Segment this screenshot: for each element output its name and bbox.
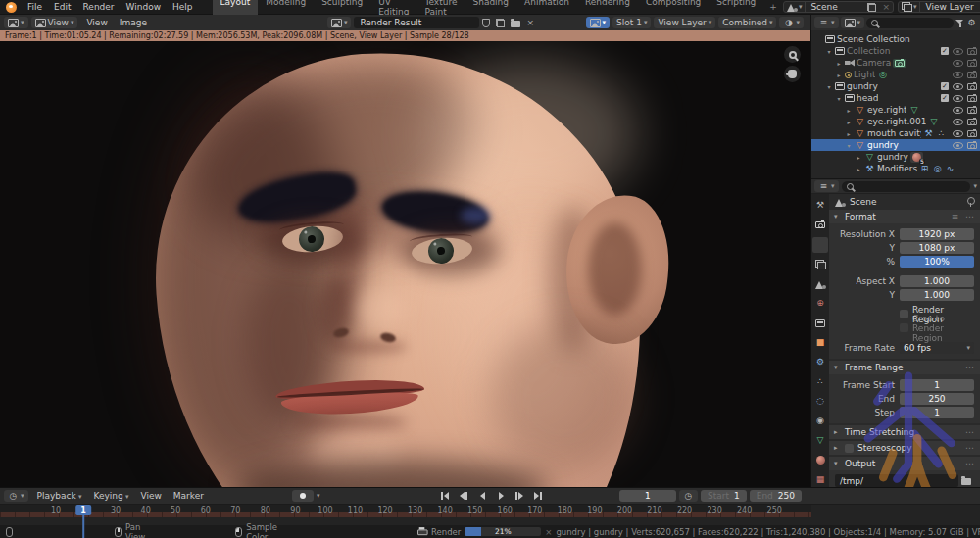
timeline-type-dropdown[interactable]: ◷▾ — [4, 490, 28, 502]
disclosure-icon[interactable]: ▾ — [825, 48, 833, 55]
panel-header[interactable]: ▾Frame Range⋯ — [829, 361, 980, 374]
editor-type-dropdown[interactable]: ▾ — [4, 17, 28, 28]
add-workspace-button[interactable]: + — [763, 1, 783, 13]
image-editor-viewport[interactable]: Frame:1 | Time:01:05.24 | Remaining:02:2… — [0, 30, 811, 487]
outliner-row[interactable]: ▾Collection — [811, 45, 980, 57]
properties-tab-tool[interactable]: ⚒ — [812, 198, 828, 214]
image-name-field[interactable]: Render Result — [354, 17, 479, 28]
unlink-image-button[interactable]: × — [523, 17, 537, 28]
outliner-row[interactable]: ▾▽gundry — [811, 139, 980, 151]
dots-icon[interactable]: ⋯ — [964, 213, 975, 221]
camera-toggle-icon[interactable] — [967, 119, 977, 125]
outliner-search[interactable] — [866, 18, 954, 28]
cancel-render-button[interactable]: × — [545, 527, 552, 537]
eye-toggle-icon[interactable] — [953, 95, 963, 102]
properties-tab-material[interactable] — [812, 452, 828, 467]
camera-toggle-icon[interactable] — [967, 83, 977, 90]
outliner-row[interactable]: ▸▽eye.right.001▽ — [811, 116, 980, 127]
jump-end-button[interactable] — [530, 490, 546, 502]
new-image-button[interactable] — [493, 17, 508, 28]
list-icon[interactable]: ≡ — [950, 213, 960, 221]
outliner-search-input[interactable] — [883, 19, 949, 27]
disclosure-icon[interactable]: ▸ — [845, 119, 853, 125]
menu-window[interactable]: Window — [121, 2, 168, 12]
property-value-field[interactable]: 1 — [900, 379, 974, 391]
properties-tab-modifiers[interactable]: ⚙ — [812, 355, 828, 370]
disclosure-icon[interactable]: ▾ — [825, 83, 833, 90]
properties-tab-texture[interactable]: ▦ — [812, 471, 828, 487]
properties-search-input[interactable] — [858, 182, 966, 191]
camera-toggle-icon[interactable] — [967, 60, 977, 67]
properties-type-dropdown[interactable]: ≡▾ — [814, 180, 839, 192]
browse-folder-button[interactable] — [958, 475, 974, 487]
keying-options-icon[interactable]: ▾ — [317, 492, 320, 500]
disclosure-icon[interactable]: ▸ — [835, 72, 843, 78]
slot-dropdown[interactable]: Slot 1▾ — [612, 17, 651, 28]
image-menu-image[interactable]: Image — [114, 18, 153, 27]
property-value-field[interactable]: 1.000 — [900, 289, 974, 301]
disclosure-icon[interactable]: ▸ — [855, 154, 862, 161]
camera-toggle-icon[interactable] — [967, 95, 977, 102]
camera-toggle-icon[interactable] — [967, 142, 977, 149]
properties-tab-scene[interactable] — [812, 276, 828, 292]
outliner-row[interactable]: ▸▽mouth cavity⚒∴ — [811, 127, 980, 139]
check-toggle-icon[interactable] — [941, 94, 949, 102]
outliner-settings-icon[interactable]: ⚙ — [966, 19, 977, 27]
scene-name-field[interactable]: Scene — [806, 2, 864, 12]
disclosure-icon[interactable]: ▸ — [845, 130, 853, 137]
display-transform-dropdown[interactable]: ◑▾ — [779, 17, 804, 28]
playhead[interactable]: 1 — [75, 505, 91, 538]
eye-toggle-icon[interactable] — [953, 60, 963, 67]
blender-logo-icon[interactable] — [6, 2, 17, 13]
properties-tab-output[interactable] — [812, 237, 828, 253]
image-menu-view[interactable]: View — [80, 18, 113, 27]
timeline-menu-playback[interactable]: Playback ▾ — [31, 491, 88, 501]
play-button[interactable] — [493, 490, 509, 502]
property-value-field[interactable]: 1080 px — [900, 242, 974, 254]
properties-tab-render[interactable] — [812, 218, 828, 233]
checkbox[interactable] — [900, 323, 908, 332]
zoom-gizmo-button[interactable] — [784, 46, 801, 63]
check-toggle-icon[interactable] — [941, 82, 949, 90]
filter-icon[interactable] — [956, 19, 964, 27]
output-path-field[interactable]: /tmp/ — [835, 474, 958, 487]
disclosure-icon[interactable]: ▸ — [835, 60, 843, 67]
timeline-menu-keying[interactable]: Keying ▾ — [87, 491, 134, 501]
eye-toggle-icon[interactable] — [953, 48, 963, 55]
property-value-field[interactable]: 250 — [900, 393, 974, 405]
camera-toggle-icon[interactable] — [967, 130, 977, 137]
properties-tab-constraints[interactable]: ◉ — [812, 413, 828, 428]
outliner-row[interactable]: ▸▽eye.right▽ — [811, 104, 980, 116]
property-value-field[interactable]: 100% — [900, 256, 974, 268]
properties-tab-particles[interactable]: ∴ — [812, 373, 828, 389]
panel-header[interactable]: ▸Stereoscopy⋯ — [829, 441, 980, 455]
unlink-scene-button[interactable]: × — [879, 2, 893, 12]
timeline-ruler[interactable]: 1 › 102030405060708090100110120130140150… — [0, 505, 811, 517]
outliner-display-dropdown[interactable]: ▾ — [841, 17, 865, 28]
properties-tab-collection[interactable] — [812, 316, 828, 331]
properties-options-icon[interactable]: ▾ — [973, 182, 977, 190]
panel-header[interactable]: ▸Time Stretching⋯ — [829, 425, 980, 439]
disclosure-icon[interactable]: ▾ — [835, 95, 843, 102]
outliner-row[interactable]: Scene Collection — [811, 33, 980, 45]
properties-tab-data[interactable]: ▽ — [812, 432, 828, 448]
new-scene-button[interactable] — [864, 3, 879, 12]
pin-icon[interactable] — [966, 197, 974, 207]
outliner-row[interactable]: ▾gundry — [811, 80, 980, 92]
eye-toggle-icon[interactable] — [953, 119, 963, 125]
panel-header[interactable]: ▾Output⋯ — [829, 457, 980, 470]
menu-help[interactable]: Help — [167, 2, 199, 12]
panel-checkbox[interactable] — [845, 444, 854, 453]
pan-gizmo-button[interactable] — [784, 66, 801, 82]
current-frame-field[interactable]: 1 — [619, 490, 676, 502]
eye-toggle-icon[interactable] — [953, 107, 963, 114]
camera-toggle-icon[interactable] — [967, 72, 977, 78]
timeline-menu-view[interactable]: View — [134, 491, 167, 501]
outliner-row[interactable]: ▾head — [811, 92, 980, 104]
outliner-row[interactable]: ▸Camera — [811, 57, 980, 69]
next-keyframe-button[interactable] — [512, 490, 527, 502]
dots-icon[interactable]: ⋯ — [964, 460, 975, 468]
view-mode-dropdown[interactable]: View▾ — [31, 17, 78, 28]
jump-start-button[interactable] — [437, 490, 453, 502]
menu-file[interactable]: File — [22, 2, 48, 12]
